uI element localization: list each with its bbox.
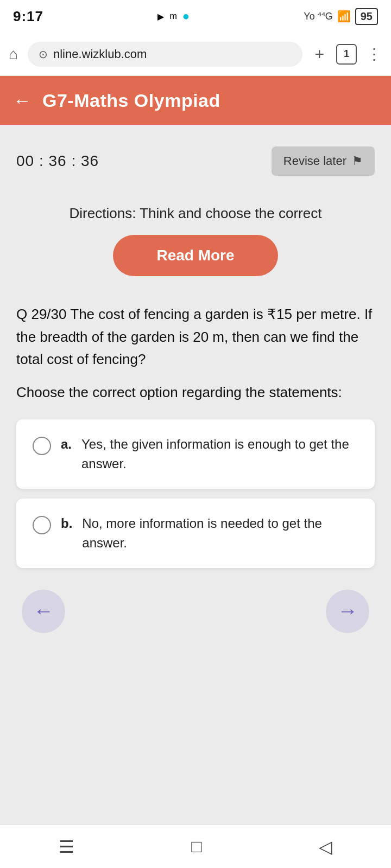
timer-display: 00 : 36 : 36 <box>16 152 99 170</box>
directions-text: Directions: Think and choose the correct <box>16 203 375 224</box>
system-back-icon[interactable]: ◁ <box>319 837 332 857</box>
system-menu-icon[interactable]: ☰ <box>59 837 74 857</box>
status-media-icons: ▶ m ● <box>157 9 190 23</box>
prev-arrow-icon: ← <box>33 599 54 623</box>
tab-count-icon[interactable]: 1 <box>336 44 357 65</box>
messaging-icon: m <box>169 11 176 21</box>
notification-icon: ● <box>182 9 190 23</box>
youtube-icon: ▶ <box>157 11 164 22</box>
option-b-label: b. <box>61 516 72 531</box>
option-a-text: Yes, the given information is enough to … <box>81 435 358 474</box>
timer-row: 00 : 36 : 36 Revise later ⚑ <box>16 136 375 181</box>
revise-later-label: Revise later <box>283 154 346 168</box>
status-right-icons: Yo ⁴⁴G 📶 95 <box>304 8 378 25</box>
system-nav-bar: ☰ □ ◁ <box>0 825 391 868</box>
navigation-row: ← → <box>16 568 375 644</box>
page-title: G7-Maths Olympiad <box>42 90 220 111</box>
next-arrow-icon: → <box>337 599 358 623</box>
question-number: Q 29/30 <box>16 306 67 322</box>
wifi-signal-icon: 📶 <box>337 10 351 23</box>
status-time: 9:17 <box>13 8 43 25</box>
directions-section: Directions: Think and choose the correct… <box>16 203 375 276</box>
browser-bar: ⌂ ⊙ nline.wizklub.com + 1 ⋮ <box>0 33 391 76</box>
question-text: Q 29/30 The cost of fencing a garden is … <box>16 303 375 371</box>
add-tab-icon[interactable]: + <box>312 45 326 63</box>
main-content: 00 : 36 : 36 Revise later ⚑ Directions: … <box>0 125 391 825</box>
flag-icon: ⚑ <box>352 154 363 168</box>
revise-later-button[interactable]: Revise later ⚑ <box>272 146 375 176</box>
radio-b[interactable] <box>33 516 51 534</box>
question-section: Q 29/30 The cost of fencing a garden is … <box>16 303 375 403</box>
secure-icon: ⊙ <box>39 48 48 61</box>
question-sub-text: Choose the correct option regarding the … <box>16 382 375 403</box>
options-container: a. Yes, the given information is enough … <box>16 419 375 568</box>
battery-indicator: 95 <box>355 8 378 25</box>
status-bar: 9:17 ▶ m ● Yo ⁴⁴G 📶 95 <box>0 0 391 33</box>
home-icon[interactable]: ⌂ <box>9 46 18 63</box>
app-header: ← G7-Maths Olympiad <box>0 76 391 125</box>
option-a-label: a. <box>61 437 72 452</box>
radio-a[interactable] <box>33 437 51 455</box>
next-button[interactable]: → <box>326 590 369 633</box>
browser-menu-icon[interactable]: ⋮ <box>367 45 382 63</box>
read-more-button[interactable]: Read More <box>113 235 278 276</box>
question-body: The cost of fencing a garden is ₹15 per … <box>16 306 372 367</box>
option-b-card[interactable]: b. No, more information is needed to get… <box>16 499 375 568</box>
back-button[interactable]: ← <box>13 90 31 111</box>
url-text: nline.wizklub.com <box>53 47 147 61</box>
url-bar[interactable]: ⊙ nline.wizklub.com <box>28 42 303 67</box>
option-b-text: No, more information is needed to get th… <box>82 514 358 553</box>
signal-icon: Yo ⁴⁴G <box>304 10 332 22</box>
option-a-card[interactable]: a. Yes, the given information is enough … <box>16 419 375 489</box>
system-home-icon[interactable]: □ <box>191 837 201 857</box>
prev-button[interactable]: ← <box>22 590 65 633</box>
